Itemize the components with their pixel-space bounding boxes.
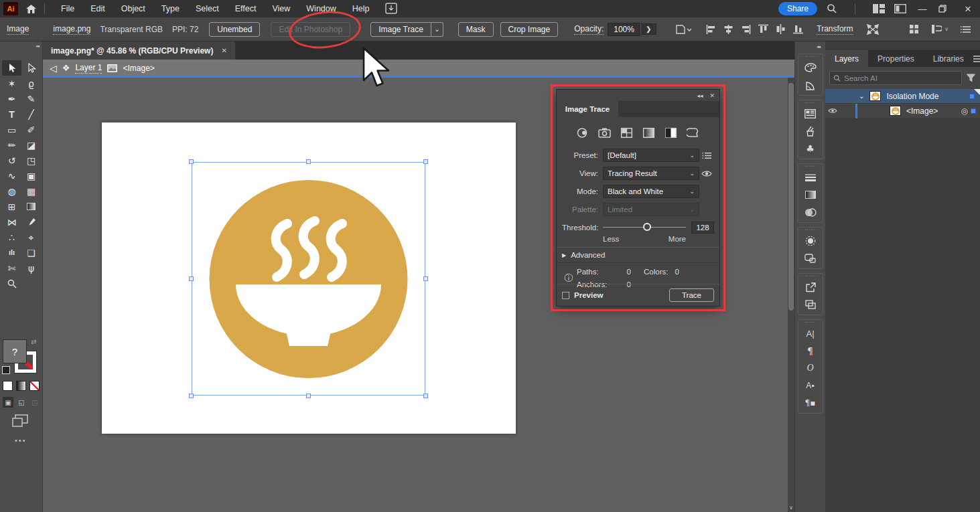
image-trace-dropdown-chevron-icon[interactable]: ⌄	[431, 22, 443, 37]
mask-button[interactable]: Mask	[458, 22, 494, 37]
paintbrush-tool[interactable]: ✐	[21, 122, 41, 137]
opacity-label[interactable]: Opacity:	[574, 24, 604, 35]
touch-workspace-icon[interactable]	[384, 3, 398, 15]
free-transform-icon[interactable]	[867, 24, 879, 35]
symbolism-tools[interactable]: ∴	[2, 230, 21, 245]
crop-image-button[interactable]: Crop Image	[500, 22, 559, 37]
panel-menu-icon[interactable]	[961, 25, 971, 33]
export-panel-icon[interactable]	[798, 278, 823, 296]
opentype-panel-icon[interactable]: O	[798, 359, 823, 377]
lasso-tool[interactable]: ϱ	[21, 76, 41, 91]
filename-link[interactable]: image.png	[53, 24, 90, 35]
selection-handle-e[interactable]	[423, 276, 428, 281]
slice-tool[interactable]: ✄	[2, 260, 21, 276]
color-guide-panel-icon[interactable]	[798, 76, 823, 94]
layer-name[interactable]: <Image>	[906, 106, 938, 116]
opacity-arrow-button[interactable]: ❯	[640, 23, 656, 35]
stroke-panel-icon[interactable]	[798, 169, 823, 186]
mesh-tool[interactable]: ⊞	[2, 199, 21, 214]
character-styles-panel-icon[interactable]: A▪	[798, 377, 823, 394]
menu-object[interactable]: Object	[121, 4, 145, 13]
character-panel-icon[interactable]: A|	[798, 325, 823, 342]
fill-color-swatch[interactable]: ?	[3, 339, 27, 363]
draw-behind-mode[interactable]: ◱	[16, 397, 27, 408]
layer-selection-square[interactable]	[971, 108, 976, 114]
menu-type[interactable]: Type	[161, 4, 180, 13]
menu-edit[interactable]: Edit	[90, 4, 105, 13]
layers-search-field[interactable]	[829, 71, 962, 85]
gradient-button[interactable]	[16, 381, 26, 391]
search-input[interactable]	[844, 74, 958, 82]
selection-tool[interactable]	[2, 60, 21, 76]
home-icon[interactable]	[26, 5, 36, 13]
magic-wand-tool[interactable]: ✶	[2, 76, 21, 91]
scale-tool[interactable]: ◳	[21, 153, 41, 168]
symbols-panel-icon[interactable]: ♣	[798, 140, 823, 157]
symbol-sprayer-tool[interactable]: ⌖	[21, 230, 41, 245]
align-center-horizontal-icon[interactable]	[723, 25, 733, 34]
layer-thumbnail[interactable]	[869, 91, 881, 101]
rotate-tool[interactable]: ↺	[2, 153, 21, 168]
share-button[interactable]: Share	[778, 2, 817, 15]
align-center-vertical-icon[interactable]	[776, 24, 786, 34]
minimize-button[interactable]: —	[916, 4, 929, 14]
menu-effect[interactable]: Effect	[235, 4, 257, 13]
selection-handle-se[interactable]	[423, 394, 428, 398]
layer-row-isolation-mode[interactable]: ⌄ Isolation Mode	[825, 89, 980, 104]
workspace-switcher-icon[interactable]: ∨	[931, 24, 949, 34]
more-tools-icon[interactable]: •••	[15, 436, 27, 444]
eyedropper-tool[interactable]	[21, 214, 41, 230]
dock-collapse-icon[interactable]: ◂◂	[817, 44, 820, 50]
document-layout-icon[interactable]	[894, 4, 906, 13]
panel-menu-icon[interactable]	[973, 56, 980, 62]
close-button[interactable]: ✕	[961, 4, 975, 14]
artboards-panel-icon[interactable]	[798, 296, 823, 313]
arrange-documents-icon[interactable]	[873, 4, 885, 13]
unembed-button[interactable]: Unembed	[209, 22, 260, 37]
menu-help[interactable]: Help	[352, 4, 370, 13]
image-trace-button[interactable]: Image Trace	[370, 22, 431, 37]
appearance-panel-icon[interactable]	[798, 232, 823, 250]
paragraph-panel-icon[interactable]: ¶	[798, 342, 823, 359]
selection-handle-n[interactable]	[306, 159, 311, 164]
gradient-tool[interactable]	[21, 199, 41, 214]
exit-isolation-back-icon[interactable]: ◁	[50, 63, 57, 74]
properties-panel-icon[interactable]	[798, 105, 823, 122]
gradient-panel-icon[interactable]	[798, 186, 823, 203]
layer-expand-chevron-icon[interactable]: ⌄	[859, 92, 864, 100]
breadcrumb-layer[interactable]: Layer 1	[75, 63, 102, 74]
layer-row-image[interactable]: <Image> ◎	[825, 104, 980, 118]
search-icon[interactable]	[827, 3, 837, 14]
menu-file[interactable]: File	[61, 4, 74, 13]
align-top-icon[interactable]	[758, 24, 768, 34]
tab-layers[interactable]: Layers	[825, 50, 868, 67]
line-segment-tool[interactable]: ╱	[21, 106, 41, 122]
direct-selection-tool[interactable]	[21, 60, 41, 76]
type-tool[interactable]: T	[2, 106, 21, 122]
filter-icon[interactable]	[966, 74, 976, 82]
curvature-tool[interactable]: ✎	[21, 91, 41, 106]
align-left-icon[interactable]	[706, 25, 716, 34]
zoom-tool[interactable]	[2, 276, 21, 291]
layer-name[interactable]: Isolation Mode	[886, 92, 938, 101]
layer-thumbnail[interactable]	[890, 106, 901, 116]
selection-handle-ne[interactable]	[423, 159, 428, 164]
selection-handle-nw[interactable]	[189, 159, 194, 164]
swap-fill-stroke-icon[interactable]: ⇄	[31, 338, 36, 345]
blend-tool[interactable]: ⋈	[2, 214, 21, 230]
selection-handle-sw[interactable]	[189, 394, 194, 398]
free-transform-tool[interactable]: ▣	[21, 168, 41, 183]
scrollbar-down-arrow[interactable]: ∨	[788, 505, 794, 511]
width-tool[interactable]: ∿	[2, 168, 21, 183]
brushes-panel-icon[interactable]	[798, 122, 823, 140]
visibility-eye-icon[interactable]	[825, 108, 840, 114]
align-right-icon[interactable]	[741, 25, 751, 34]
draw-normal-mode[interactable]: ▣	[3, 397, 13, 408]
pen-tool[interactable]: ✒	[2, 91, 21, 106]
eraser-tool[interactable]: ◪	[21, 137, 41, 153]
align-bottom-icon[interactable]	[793, 24, 803, 34]
shaper-tool[interactable]: ✏	[2, 137, 21, 153]
tab-libraries[interactable]: Libraries	[924, 50, 973, 67]
shape-builder-tool[interactable]: ◍	[2, 183, 21, 199]
selection-handle-w[interactable]	[189, 276, 194, 281]
